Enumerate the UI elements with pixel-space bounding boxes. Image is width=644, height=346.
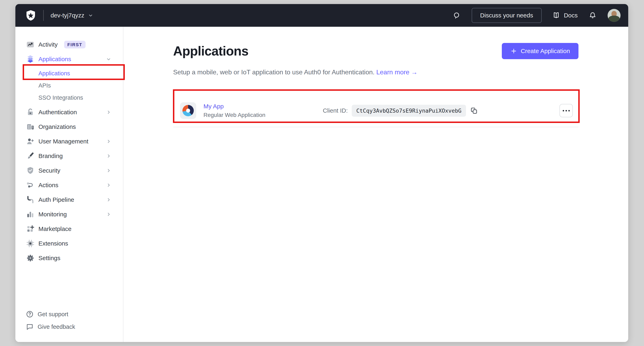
layers-icon [26,55,35,64]
sub-item-label: SSO Integrations [38,94,83,101]
learn-more-link[interactable]: Learn more [376,68,410,76]
topbar-divider [43,10,44,21]
page-description: Setup a mobile, web or IoT application t… [173,68,578,77]
lock-icon [26,108,35,117]
get-support-label: Get support [38,311,68,318]
application-type-label: Regular Web Application [204,112,272,118]
sidebar-item-label: Extensions [38,240,68,247]
chevron-right-icon [106,211,112,217]
client-id-value: CtCqy3AvbQZSo7sE9RiynaPuiXOxvebG [352,105,466,117]
applications-submenu: Applications APIs SSO Integrations [15,67,123,104]
create-application-button[interactable]: Create Application [502,43,579,59]
description-text: Setup a mobile, web or IoT application t… [173,68,374,76]
building-icon [26,122,35,131]
speech-bubble-icon [26,323,34,331]
sidebar-item-settings[interactable]: Settings [15,251,123,265]
notifications-bell-icon[interactable] [588,11,597,20]
sidebar-item-label: Authentication [38,109,77,116]
sidebar-item-security[interactable]: Security [15,163,123,178]
page-title: Applications [173,43,248,60]
sidebar-item-label: Applications [38,56,71,63]
sidebar-item-label: Branding [38,152,63,159]
first-badge: FIRST [64,41,86,48]
ellipsis-icon [563,110,564,111]
sidebar-item-label: Activity [38,41,58,48]
sidebar-item-label: Auth Pipeline [38,196,74,203]
grid-plus-icon [26,225,35,233]
sidebar-item-branding[interactable]: Branding [15,149,123,163]
sub-item-label: APIs [38,82,51,89]
sidebar-item-extensions[interactable]: Extensions [15,236,123,251]
chevron-right-icon [106,182,112,188]
paintbrush-icon [26,151,35,160]
sidebar: Activity FIRST Applications Applicatio [15,27,124,342]
sidebar-item-label: Security [38,167,60,174]
chevron-right-icon [106,197,112,203]
docs-label: Docs [564,12,578,19]
activity-chart-icon [26,40,35,49]
bar-chart-icon [26,210,35,219]
docs-link[interactable]: Docs [552,11,578,20]
copy-icon[interactable] [470,107,478,114]
sidebar-item-monitoring[interactable]: Monitoring [15,207,123,222]
search-icon[interactable] [452,11,461,20]
give-feedback-label: Give feedback [38,323,75,330]
client-id-group: Client ID: CtCqy3AvbQZSo7sE9RiynaPuiXOxv… [323,105,478,117]
give-feedback-link[interactable]: Give feedback [15,320,123,333]
auth0-dashboard-window: dev-tyj7qyzz Discuss your needs Docs [15,4,628,342]
get-support-link[interactable]: Get support [15,308,123,320]
arrow-right-icon: → [411,68,418,76]
auth0-logo-icon [25,10,36,21]
sidebar-item-label: Monitoring [38,211,67,218]
tenant-name: dev-tyj7qyzz [50,12,84,19]
book-icon [552,11,560,20]
client-id-label: Client ID: [323,107,348,114]
create-application-label: Create Application [521,48,570,55]
sidebar-item-applications-list[interactable]: Applications [15,67,123,79]
sidebar-item-label: Organizations [38,123,76,130]
row-actions-menu-button[interactable] [560,104,573,117]
sidebar-item-actions[interactable]: Actions [15,178,123,193]
sidebar-item-label: Settings [38,255,60,262]
plus-icon [510,48,517,55]
tenant-switcher[interactable]: dev-tyj7qyzz [50,12,94,19]
sidebar-item-label: User Management [38,138,88,145]
shield-check-icon [26,166,35,175]
sidebar-item-authentication[interactable]: Authentication [15,105,123,119]
gear-icon [26,254,35,263]
user-avatar[interactable] [608,9,620,22]
flow-icon [26,181,35,190]
application-logo-icon [182,105,194,116]
application-name-link[interactable]: My App [204,103,272,110]
help-circle-icon [26,310,34,318]
chevron-down-icon [88,12,94,19]
chevron-right-icon [106,138,112,144]
sub-item-label: Applications [38,70,70,77]
discuss-your-needs-button[interactable]: Discuss your needs [472,8,542,23]
main-content: Applications Create Application Setup a … [124,27,628,342]
sidebar-item-user-management[interactable]: User Management [15,134,123,149]
top-navigation-bar: dev-tyj7qyzz Discuss your needs Docs [15,4,628,27]
user-gear-icon [26,137,35,146]
pipeline-icon [26,195,35,204]
application-row[interactable]: My App Regular Web Application Client ID… [173,94,578,127]
sidebar-item-label: Actions [38,182,58,189]
sidebar-item-applications[interactable]: Applications [15,52,123,66]
sidebar-item-apis[interactable]: APIs [15,79,123,92]
chevron-down-icon [106,56,112,62]
sidebar-item-auth-pipeline[interactable]: Auth Pipeline [15,193,123,207]
chevron-right-icon [106,109,112,115]
sidebar-item-organizations[interactable]: Organizations [15,119,123,134]
application-logo-tile [180,102,196,119]
chevron-right-icon [106,167,112,174]
chevron-right-icon [106,153,112,159]
sidebar-item-label: Marketplace [38,226,72,232]
chip-icon [26,239,35,248]
sidebar-footer: Get support Give feedback [15,308,123,333]
sidebar-item-activity[interactable]: Activity FIRST [15,37,123,52]
sidebar-item-sso-integrations[interactable]: SSO Integrations [15,92,123,104]
sidebar-item-marketplace[interactable]: Marketplace [15,222,123,236]
